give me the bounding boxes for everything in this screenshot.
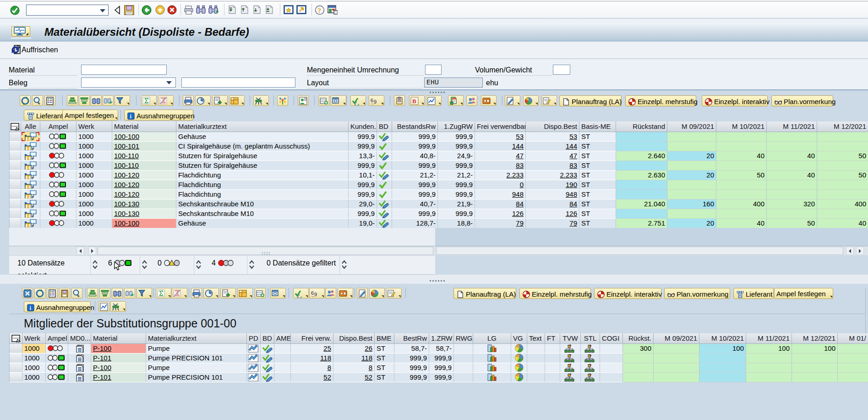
svg-text:6: 6	[311, 290, 314, 296]
svg-text:i: i	[130, 114, 131, 120]
svg-text:9: 9	[314, 292, 317, 297]
svg-text:i: i	[29, 305, 31, 312]
svg-text:7: 7	[453, 99, 455, 104]
svg-text:6: 6	[371, 98, 373, 103]
svg-text:B: B	[412, 98, 416, 105]
svg-text:9: 9	[374, 99, 377, 105]
svg-text:?: ?	[318, 7, 322, 14]
